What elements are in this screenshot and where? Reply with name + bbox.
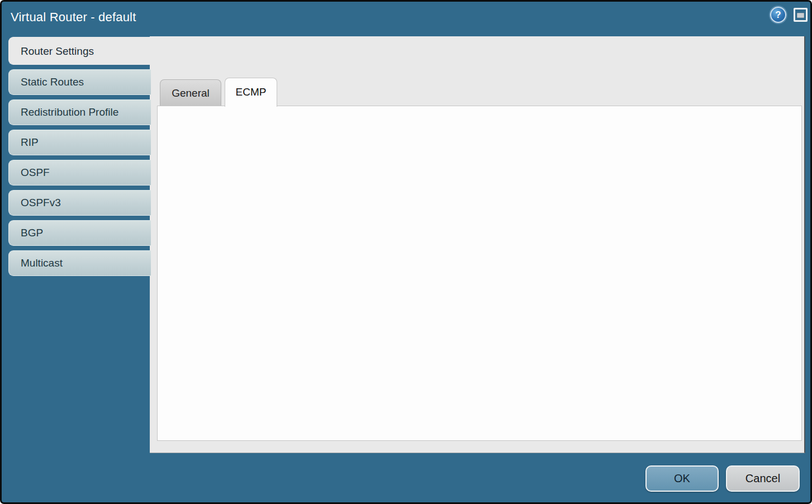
sidebar-item-ospf[interactable]: OSPF xyxy=(8,160,151,186)
ecmp-tab-panel xyxy=(157,106,802,441)
sidebar-item-router-settings[interactable]: Router Settings xyxy=(8,37,151,65)
dialog-title: Virtual Router - default xyxy=(11,10,136,25)
sidebar-item-redistribution-profile[interactable]: Redistribution Profile xyxy=(8,99,151,125)
sidebar: Router Settings Static Routes Redistribu… xyxy=(8,36,151,276)
virtual-router-dialog: Virtual Router - default ? Router Settin… xyxy=(0,0,812,504)
window-restore-icon[interactable] xyxy=(794,8,808,22)
tab-general[interactable]: General xyxy=(160,79,221,106)
titlebar: Virtual Router - default ? xyxy=(2,2,810,36)
help-glyph: ? xyxy=(775,9,781,20)
sidebar-item-ospfv3[interactable]: OSPFv3 xyxy=(8,190,151,216)
cancel-button[interactable]: Cancel xyxy=(726,465,800,492)
sidebar-item-rip[interactable]: RIP xyxy=(8,130,151,155)
sidebar-item-static-routes[interactable]: Static Routes xyxy=(8,69,151,95)
sidebar-item-multicast[interactable]: Multicast xyxy=(8,250,151,276)
sidebar-item-bgp[interactable]: BGP xyxy=(8,220,151,246)
ok-button[interactable]: OK xyxy=(645,465,719,492)
help-icon[interactable]: ? xyxy=(770,7,786,23)
tab-ecmp[interactable]: ECMP xyxy=(225,78,277,107)
restore-inner-shape xyxy=(797,13,804,18)
